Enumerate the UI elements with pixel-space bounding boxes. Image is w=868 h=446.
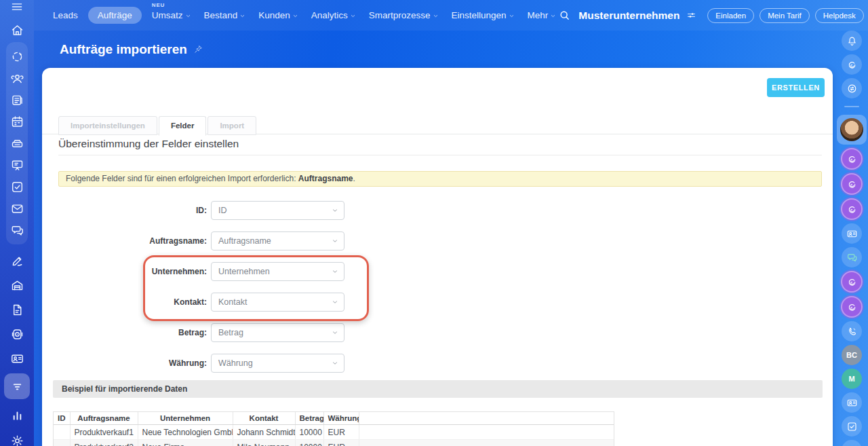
sidebar-item-tasks[interactable] bbox=[6, 176, 28, 198]
sliders-icon[interactable] bbox=[686, 10, 696, 20]
tab-importeinstellungen[interactable]: Importeinstellungen bbox=[58, 116, 157, 135]
sidebar-item-calendar[interactable] bbox=[6, 111, 28, 132]
sidebar-item-funnel-active[interactable] bbox=[4, 373, 30, 399]
field-select-unternehmen[interactable]: Unternehmen bbox=[211, 262, 344, 281]
table-cell: EUR bbox=[323, 440, 359, 446]
nav-item-analytics[interactable]: Analytics bbox=[309, 7, 359, 24]
nav-item-mehr[interactable]: Mehr bbox=[525, 7, 559, 24]
divider bbox=[58, 155, 822, 155]
nav-item-einstellungen[interactable]: Einstellungen bbox=[449, 7, 517, 24]
nav-item-label: Bestand bbox=[204, 10, 238, 20]
copilot-icon bbox=[846, 59, 858, 71]
topbar-pill-helpdesk[interactable]: Helpdesk bbox=[815, 8, 864, 23]
sidebar-item-people[interactable] bbox=[6, 67, 28, 89]
field-label: ID: bbox=[42, 206, 207, 215]
messenger-button[interactable] bbox=[842, 247, 862, 267]
phone-icon bbox=[846, 326, 858, 337]
table-cell: 10000 bbox=[295, 440, 323, 446]
copilot-chat-button[interactable] bbox=[841, 173, 863, 195]
feed-icon bbox=[10, 93, 24, 107]
contact-card-button[interactable] bbox=[842, 223, 862, 244]
chevron-icon bbox=[239, 13, 245, 19]
field-select-währung[interactable]: Währung bbox=[211, 354, 344, 373]
topbar-pill-einladen[interactable]: Einladen bbox=[707, 8, 754, 23]
nav-item-kunden[interactable]: Kunden bbox=[256, 7, 301, 24]
idcard-icon bbox=[846, 228, 858, 240]
sidebar-item-gear[interactable] bbox=[6, 430, 28, 446]
table-row: Produktverkauf2Neue FirmaMila Neumann100… bbox=[54, 440, 614, 446]
column-header: Währung bbox=[323, 412, 359, 425]
sidebar-item-camera[interactable] bbox=[6, 323, 28, 345]
table-cell: Neue Firma bbox=[138, 440, 233, 446]
sidebar-item-home[interactable] bbox=[6, 19, 28, 41]
field-select-value: Kontakt bbox=[218, 297, 332, 307]
chat-icon bbox=[10, 223, 24, 238]
notifications-button[interactable] bbox=[842, 31, 862, 51]
nav-item-bestand[interactable]: Bestand bbox=[201, 7, 249, 24]
table-cell-filler bbox=[359, 440, 614, 446]
sidebar-item-idcard[interactable] bbox=[6, 348, 28, 369]
create-button[interactable]: ERSTELLEN bbox=[767, 78, 825, 97]
field-mapping-form: ID:IDAuftragsname:AuftragsnameUnternehme… bbox=[42, 201, 422, 384]
calendar-icon bbox=[10, 115, 24, 129]
copilot-chat-button[interactable] bbox=[841, 296, 863, 318]
copilot-chat-button[interactable] bbox=[841, 198, 863, 220]
chart-icon bbox=[10, 408, 24, 422]
sidebar-item-mail[interactable] bbox=[6, 198, 28, 219]
field-label: Betrag: bbox=[42, 328, 207, 337]
sidebar-item-board[interactable] bbox=[6, 154, 28, 176]
copilot-chat-button[interactable] bbox=[841, 148, 863, 170]
notice-required-field: Auftragsname bbox=[298, 174, 353, 183]
tasks-button[interactable] bbox=[842, 416, 862, 436]
sidebar-item-pulse[interactable] bbox=[6, 45, 28, 67]
table-cell bbox=[54, 440, 70, 446]
sidebar-item-pen[interactable] bbox=[6, 250, 28, 272]
nav-item-label: Aufträge bbox=[98, 10, 132, 20]
field-select-id[interactable]: ID bbox=[211, 201, 344, 220]
chat-bc[interactable]: BC bbox=[842, 345, 862, 365]
nav-item-aufträge[interactable]: Aufträge bbox=[88, 7, 142, 24]
drive-icon bbox=[10, 136, 24, 151]
tab-felder[interactable]: Felder bbox=[159, 116, 207, 136]
copilot-icon bbox=[846, 179, 858, 190]
nav-item-umsatz[interactable]: NEUUmsatz bbox=[149, 7, 194, 24]
tasks-button[interactable] bbox=[842, 440, 862, 446]
sidebar-item-file[interactable] bbox=[6, 299, 28, 320]
top-bar: LeadsAufträgeNEUUmsatzBestandKundenAnaly… bbox=[34, 0, 868, 31]
copilot-button[interactable] bbox=[842, 54, 862, 75]
field-select-auftragsname[interactable]: Auftragsname bbox=[211, 231, 344, 250]
sidebar-item-drive[interactable] bbox=[6, 132, 28, 154]
nav-item-leads[interactable]: Leads bbox=[50, 7, 81, 24]
topbar-pill-mein-tarif[interactable]: Mein Tarif bbox=[760, 8, 810, 23]
sidebar-item-garage[interactable] bbox=[6, 274, 28, 296]
pulse-icon bbox=[10, 50, 24, 64]
company-name[interactable]: Musterunternehmen bbox=[578, 10, 679, 22]
chat-m[interactable]: M bbox=[842, 369, 862, 389]
field-row-kontakt: Kontakt:Kontakt bbox=[42, 293, 422, 312]
search-icon[interactable] bbox=[559, 10, 570, 21]
sidebar-group bbox=[6, 42, 28, 244]
topbar-right: Musterunternehmen EinladenMein TarifHelp… bbox=[559, 5, 868, 26]
telephony-button[interactable] bbox=[842, 321, 862, 341]
sidebar-item-feed[interactable] bbox=[6, 89, 28, 111]
field-row-wahrung: Währung:Währung bbox=[42, 354, 422, 373]
sidebar-item-chat[interactable] bbox=[6, 219, 28, 241]
contact-card-button[interactable] bbox=[842, 392, 862, 413]
profile-avatar[interactable] bbox=[837, 115, 867, 145]
copilot-chat-button[interactable] bbox=[841, 271, 863, 293]
avatar bbox=[840, 118, 863, 141]
sidebar-item-chart[interactable] bbox=[6, 404, 28, 426]
tab-import[interactable]: Import bbox=[208, 116, 256, 135]
field-row-unternehmen: Unternehmen:Unternehmen bbox=[42, 262, 422, 281]
table-cell bbox=[54, 425, 70, 440]
field-select-kontakt[interactable]: Kontakt bbox=[211, 293, 344, 312]
nav-item-label: Analytics bbox=[311, 10, 348, 20]
pin-icon[interactable] bbox=[193, 44, 203, 54]
updates-chat-button[interactable] bbox=[842, 78, 862, 98]
garage-icon bbox=[10, 278, 24, 293]
sample-data-table-box: IDAuftragsnameUnternehmenKontaktBetragWä… bbox=[53, 411, 614, 446]
chevron-icon bbox=[292, 13, 298, 19]
menu-toggle-button[interactable] bbox=[0, 0, 34, 14]
nav-item-smartprozesse[interactable]: Smartprozesse bbox=[366, 7, 441, 24]
field-select-betrag[interactable]: Betrag bbox=[211, 323, 344, 342]
